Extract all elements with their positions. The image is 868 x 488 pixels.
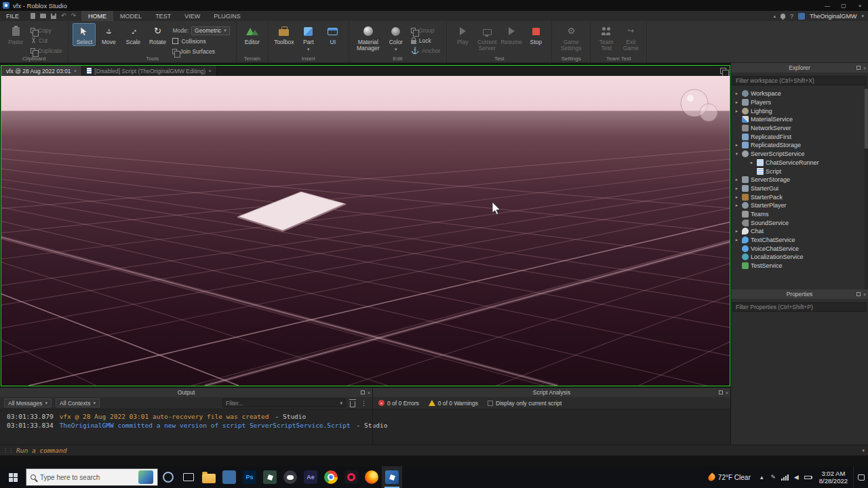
taskbar-app-file-explorer[interactable]: [199, 466, 219, 488]
save-icon[interactable]: [51, 14, 56, 19]
3d-viewport[interactable]: [1, 76, 730, 386]
resume-button[interactable]: Resume: [500, 23, 523, 45]
expand-chevron[interactable]: ▸: [734, 177, 740, 182]
float-panel-icon[interactable]: [719, 390, 723, 394]
explorer-item-localizationservice[interactable]: LocalizationService: [734, 253, 868, 262]
user-menu-caret-icon[interactable]: ▾: [861, 14, 864, 19]
rotate-tool-button[interactable]: ↻ Rotate: [146, 23, 169, 45]
tab-home[interactable]: HOME: [81, 11, 113, 21]
material-manager-button[interactable]: Material Manager: [353, 23, 383, 52]
collapse-chevron[interactable]: ▾: [734, 151, 740, 157]
hidden-icons-chevron[interactable]: ▴: [756, 474, 768, 481]
collapse-ribbon-icon[interactable]: ▴: [773, 14, 776, 19]
part-caret-icon[interactable]: ▾: [307, 47, 310, 52]
taskbar-app-roblox[interactable]: [260, 466, 280, 488]
taskbar-app-cortana[interactable]: [158, 466, 178, 488]
search-highlight-image[interactable]: [138, 470, 153, 484]
command-bar-input[interactable]: [16, 447, 862, 454]
expand-chevron[interactable]: ▸: [734, 237, 740, 243]
explorer-item-replicatedstorage[interactable]: ▸ReplicatedStorage: [734, 141, 868, 150]
undo-icon[interactable]: ↶: [61, 13, 66, 19]
explorer-item-serverstorage[interactable]: ▸ServerStorage: [734, 176, 868, 184]
copy-button[interactable]: Copy: [28, 26, 64, 35]
taskbar-app-photoshop[interactable]: Ps: [239, 466, 260, 488]
toolbox-button[interactable]: Toolbox: [273, 23, 296, 45]
taskbar-app-task-view[interactable]: [178, 466, 199, 488]
properties-filter-input[interactable]: [732, 302, 867, 312]
start-button[interactable]: [0, 466, 26, 488]
minimize-button[interactable]: —: [819, 0, 835, 11]
part-button[interactable]: Part ▾: [297, 23, 320, 52]
lock-button[interactable]: Lock: [409, 36, 442, 45]
stop-button[interactable]: Stop: [524, 23, 547, 45]
errors-filter-button[interactable]: ×0 of 0 Errors: [378, 400, 419, 407]
checkbox[interactable]: [488, 401, 493, 406]
new-file-icon[interactable]: [31, 13, 35, 19]
expand-chevron[interactable]: ▸: [749, 160, 755, 165]
taskbar-search-input[interactable]: [40, 474, 134, 481]
clear-output-icon[interactable]: [350, 401, 355, 407]
close-panel-icon[interactable]: ×: [726, 390, 728, 395]
exit-game-button[interactable]: ↪ Exit Game: [619, 23, 642, 52]
color-caret-icon[interactable]: ▾: [395, 47, 397, 52]
expand-chevron[interactable]: ▸: [734, 228, 740, 234]
float-panel-icon[interactable]: [361, 390, 365, 394]
detach-view-icon[interactable]: [720, 68, 726, 74]
battery-icon[interactable]: [804, 476, 812, 479]
tab-place[interactable]: vfx @ 28 Aug 2022 03:01 ×: [1, 66, 82, 76]
taskbar-app-roblox-studio[interactable]: [382, 466, 402, 488]
tab-test[interactable]: TEST: [149, 11, 178, 21]
close-panel-icon[interactable]: ×: [368, 390, 370, 395]
taskbar-app-chrome[interactable]: [321, 466, 341, 488]
taskbar-app-discord[interactable]: [280, 466, 300, 488]
taskbar-app-calculator[interactable]: [219, 466, 239, 488]
mode-dropdown[interactable]: Geometric ▾: [191, 26, 230, 35]
explorer-item-workspace[interactable]: ▸Workspace: [734, 89, 868, 98]
explorer-item-starterplayer[interactable]: ▸StarterPlayer: [734, 201, 868, 210]
user-avatar[interactable]: [798, 13, 805, 20]
select-tool-button[interactable]: Select: [73, 23, 96, 46]
pen-icon[interactable]: ✎: [768, 474, 779, 481]
taskbar-app-firefox[interactable]: [361, 466, 382, 488]
taskbar-app-after-effects[interactable]: Ae: [300, 466, 321, 488]
volume-icon[interactable]: ◀: [791, 474, 802, 481]
game-settings-button[interactable]: ⚙ Game Settings: [556, 23, 586, 52]
expand-chevron[interactable]: ▸: [734, 203, 740, 208]
tab-plugins[interactable]: PLUGINS: [207, 11, 248, 21]
kebab-menu-icon[interactable]: ⋮: [359, 400, 368, 407]
float-panel-icon[interactable]: [856, 66, 861, 70]
close-tab-icon[interactable]: ×: [208, 68, 212, 74]
explorer-item-starterpack[interactable]: ▸StarterPack: [734, 192, 868, 201]
float-panel-icon[interactable]: [856, 292, 861, 296]
grip-icon[interactable]: ⋮⋮: [0, 447, 16, 453]
scale-tool-button[interactable]: ↔ Scale: [121, 23, 144, 45]
help-icon[interactable]: ?: [790, 13, 793, 20]
explorer-item-soundservice[interactable]: SoundService: [734, 218, 868, 227]
taskbar-clock[interactable]: 3:02 AM 8/28/2022: [814, 470, 853, 485]
group-button[interactable]: Group: [409, 26, 442, 35]
taskbar-search[interactable]: [26, 468, 158, 486]
explorer-item-startergui[interactable]: ▸StarterGui: [734, 184, 868, 193]
explorer-item-networkserver[interactable]: NetworkServer: [734, 124, 868, 133]
redo-icon[interactable]: ↷: [71, 13, 77, 19]
notifications-bell-icon[interactable]: [781, 14, 785, 18]
close-tab-icon[interactable]: ×: [74, 68, 77, 74]
weather-widget[interactable]: 72°F Clear: [703, 474, 756, 481]
messages-filter-dropdown[interactable]: All Messages▾: [4, 399, 52, 407]
explorer-item-chatservicerunner[interactable]: ▸ChatServiceRunner: [734, 159, 868, 167]
explorer-item-replicatedfirst[interactable]: ReplicatedFirst: [734, 132, 868, 141]
expand-chevron[interactable]: ▸: [734, 108, 740, 114]
explorer-item-players[interactable]: ▸Players: [734, 98, 868, 107]
expand-chevron[interactable]: ▸: [734, 100, 740, 105]
terrain-editor-button[interactable]: Editor: [241, 23, 264, 45]
expand-chevron[interactable]: ▸: [734, 142, 740, 148]
warnings-filter-button[interactable]: 0 of 0 Warnings: [429, 400, 478, 407]
contexts-filter-dropdown[interactable]: All Contexts▾: [56, 399, 100, 407]
play-button[interactable]: Play: [451, 23, 474, 45]
explorer-item-testservice[interactable]: TestService: [734, 262, 868, 270]
current-server-button[interactable]: Current Server: [475, 23, 498, 52]
expand-chevron[interactable]: ▸: [734, 91, 740, 96]
expand-chevron[interactable]: ▸: [734, 195, 740, 200]
cut-button[interactable]: Cut: [28, 36, 64, 45]
close-panel-icon[interactable]: ×: [863, 66, 866, 70]
